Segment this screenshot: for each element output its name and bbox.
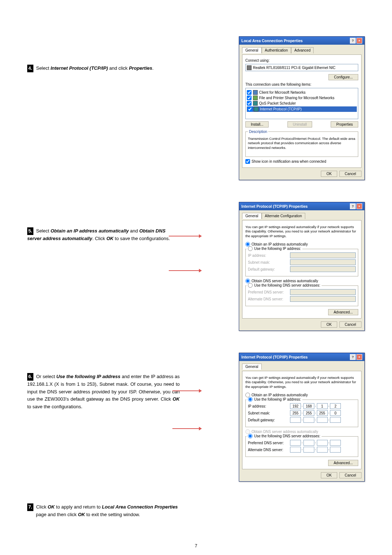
use-following-dns-radio[interactable]	[248, 434, 253, 438]
alt-dns-octet[interactable]	[290, 447, 301, 453]
alt-dns-octet[interactable]	[330, 447, 341, 453]
subnet-octet[interactable]	[317, 410, 328, 416]
gateway-octet[interactable]	[303, 417, 314, 423]
tab-general[interactable]: General	[242, 47, 262, 53]
close-icon[interactable]: ×	[356, 38, 362, 44]
help-icon[interactable]: ?	[350, 354, 356, 360]
install-button[interactable]: Install...	[245, 121, 269, 127]
dialog-titlebar: Internet Protocol (TCP/IP) Properties ? …	[239, 353, 364, 361]
step5-number: 5.	[27, 227, 33, 235]
ok-button[interactable]: OK	[321, 321, 337, 328]
qos-icon	[253, 101, 258, 106]
configure-button[interactable]: Configure...	[328, 74, 358, 80]
pointer-arrow	[169, 270, 201, 271]
pointer-arrow	[169, 236, 201, 236]
default-gateway-field	[290, 266, 356, 272]
preferred-dns-field	[290, 289, 356, 295]
description-legend: Description	[248, 130, 268, 134]
step7-text: 7. Click OK to apply and return to Local…	[27, 503, 365, 519]
tcpip-properties-dialog-auto: Internet Protocol (TCP/IP) Properties ? …	[239, 202, 365, 331]
dialog-title: Internet Protocol (TCP/IP) Properties	[241, 204, 308, 208]
item-tcpip-label: Internet Protocol (TCP/IP)	[260, 107, 302, 111]
subnet-octet[interactable]	[290, 410, 301, 416]
ip-octet[interactable]	[303, 403, 314, 409]
step7-number: 7.	[27, 503, 33, 511]
item-qos-checkbox[interactable]	[247, 101, 252, 106]
close-icon[interactable]: ×	[356, 203, 362, 209]
item-fileprint-checkbox[interactable]	[247, 96, 252, 100]
advanced-button[interactable]: Advanced...	[328, 460, 358, 466]
pref-dns-octet[interactable]	[303, 440, 314, 446]
adapter-field: Realtek RTL8168/8111 PCI-E Gigabit Ether…	[245, 64, 358, 71]
item-tcpip-checkbox[interactable]	[248, 107, 252, 112]
fileprint-icon	[253, 96, 258, 100]
connect-using-label: Connect using:	[245, 58, 358, 62]
pointer-arrow	[172, 390, 201, 391]
gateway-octet[interactable]	[330, 417, 341, 423]
dialog-titlebar: Local Area Connection Properties ? ×	[239, 37, 364, 45]
cancel-button[interactable]: Cancel	[339, 321, 362, 328]
help-icon[interactable]: ?	[350, 203, 356, 209]
pref-dns-octet[interactable]	[330, 440, 341, 446]
ip-octet[interactable]	[330, 403, 341, 409]
step4-text: 4. Select Internet Protocol (TCP/IP) and…	[27, 65, 180, 72]
nic-icon	[247, 65, 252, 70]
tab-general[interactable]: General	[242, 213, 262, 219]
tab-general[interactable]: General	[242, 364, 262, 370]
use-following-ip-radio[interactable]	[248, 397, 253, 402]
connection-items-listbox[interactable]: Client for Microsoft Networks File and P…	[245, 88, 358, 119]
cancel-button[interactable]: Cancel	[339, 472, 362, 478]
step5-text: 5. Select Obtain an IP address automatic…	[27, 227, 180, 243]
item-client-checkbox[interactable]	[247, 90, 252, 95]
alt-dns-octet[interactable]	[317, 447, 328, 453]
client-icon	[253, 90, 258, 95]
tab-advanced[interactable]: Advanced	[291, 47, 314, 53]
use-following-ip-radio[interactable]	[248, 246, 253, 251]
page-number: 7	[0, 543, 392, 548]
pointer-arrow	[172, 428, 201, 429]
dialog-titlebar: Internet Protocol (TCP/IP) Properties ? …	[239, 202, 364, 210]
step6-number: 6.	[27, 373, 33, 381]
subnet-octet[interactable]	[303, 410, 314, 416]
gateway-octet[interactable]	[290, 417, 301, 423]
subnet-octet[interactable]	[330, 410, 341, 416]
ok-button[interactable]: OK	[321, 472, 337, 478]
show-icon-label: Show icon in notification area when conn…	[252, 159, 326, 163]
alternate-dns-field	[290, 296, 356, 302]
close-icon[interactable]: ×	[356, 354, 362, 360]
advanced-button[interactable]: Advanced...	[328, 309, 358, 315]
alt-dns-octet[interactable]	[303, 447, 314, 453]
ok-button[interactable]: OK	[321, 171, 337, 177]
tab-authentication[interactable]: Authentication	[262, 47, 291, 53]
use-following-dns-radio[interactable]	[248, 283, 253, 288]
intro-text: You can get IP settings assigned automat…	[245, 376, 358, 389]
local-area-connection-properties-dialog: Local Area Connection Properties ? × Gen…	[239, 36, 365, 180]
cancel-button[interactable]: Cancel	[339, 171, 362, 177]
ip-octet[interactable]	[317, 403, 328, 409]
ip-octet[interactable]	[290, 403, 301, 409]
step6-text: 6. Or select Use the following IP addres…	[27, 373, 180, 411]
pref-dns-octet[interactable]	[290, 440, 301, 446]
dialog-title: Local Area Connection Properties	[241, 39, 303, 43]
subnet-mask-field	[290, 259, 356, 265]
step4-number: 4.	[27, 65, 33, 72]
pref-dns-octet[interactable]	[317, 440, 328, 446]
dialog-title: Internet Protocol (TCP/IP) Properties	[241, 355, 308, 359]
tab-alternate-config[interactable]: Alternate Configuration	[262, 213, 305, 219]
tcpip-icon	[254, 107, 258, 112]
tcpip-properties-dialog-manual: Internet Protocol (TCP/IP) Properties ? …	[239, 353, 365, 482]
properties-button[interactable]: Properties	[331, 121, 358, 127]
description-text: Transmission Control Protocol/Internet P…	[248, 137, 356, 150]
show-icon-checkbox[interactable]	[245, 159, 250, 164]
ip-address-field	[290, 252, 356, 258]
uses-items-label: This connection uses the following items…	[245, 82, 358, 86]
intro-text: You can get IP settings assigned automat…	[245, 225, 358, 238]
help-icon[interactable]: ?	[350, 38, 356, 44]
gateway-octet[interactable]	[317, 417, 328, 423]
uninstall-button: Uninstall	[287, 121, 312, 127]
